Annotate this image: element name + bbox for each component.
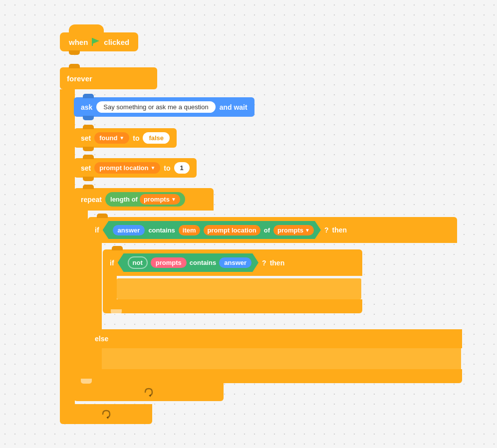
prompt-value-pill: 1 — [174, 162, 190, 174]
repeat-label: repeat — [81, 196, 102, 204]
repeat-bottom — [74, 383, 224, 401]
when-label: when — [69, 38, 88, 46]
repeat-block-header[interactable]: repeat length of prompts ▼ — [74, 188, 214, 211]
length-of-pill: length of prompts ▼ — [105, 192, 185, 207]
question-mark-outer: ? — [324, 226, 329, 234]
if-inner-left-wall — [103, 272, 117, 299]
inner-prompts-pill: prompts — [151, 257, 187, 268]
clicked-label: clicked — [104, 38, 129, 46]
ask-label: ask — [81, 103, 92, 111]
loop-arrow-icon — [101, 409, 112, 420]
then-label-outer: then — [332, 226, 347, 234]
blocks-container: when clicked forever — [0, 0, 497, 448]
svg-rect-1 — [92, 38, 93, 46]
to-label-1: to — [133, 134, 139, 142]
found-dropdown-arrow[interactable]: ▼ — [119, 135, 124, 141]
prompts-list-pill-outer[interactable]: prompts ▼ — [273, 225, 314, 235]
forever-label: forever — [67, 74, 92, 83]
found-variable-pill[interactable]: found ▼ — [94, 132, 129, 144]
set-label-1: set — [81, 134, 91, 142]
inner-answer-pill: answer — [219, 257, 251, 268]
to-label-2: to — [164, 164, 170, 172]
repeat-list-pill[interactable]: prompts ▼ — [140, 194, 180, 205]
repeat-connector-notch — [81, 379, 92, 384]
set-prompt-block[interactable]: set prompt location ▼ to 1 — [74, 158, 197, 178]
repeat-loop-icon — [143, 387, 154, 398]
prompt-location-var-pill[interactable]: prompt location — [204, 225, 260, 235]
if-inner-body — [117, 278, 361, 299]
else-body — [102, 348, 461, 369]
repeat-left-wall — [74, 207, 88, 392]
outer-list-arrow[interactable]: ▼ — [305, 227, 310, 233]
if-outer-bottom — [88, 369, 462, 383]
of-label-outer: of — [264, 226, 270, 234]
else-label: else — [95, 335, 108, 343]
if-outer-condition: answer contains item prompt location of … — [103, 221, 321, 239]
if-outer-block[interactable]: if answer contains item prompt location … — [88, 217, 457, 243]
answer-pill: answer — [113, 225, 145, 235]
svg-marker-2 — [106, 416, 108, 419]
ask-block[interactable]: ask Say something or ask me a question a… — [74, 97, 254, 117]
contains-label-outer: contains — [148, 226, 175, 234]
else-block: else — [88, 329, 462, 348]
svg-marker-3 — [149, 394, 151, 397]
question-mark-inner: ? — [262, 259, 266, 267]
green-flag-icon — [91, 37, 100, 46]
if-inner-connector — [111, 309, 122, 314]
contains-label-inner: contains — [190, 259, 216, 266]
svg-marker-0 — [92, 38, 99, 44]
not-pill: not — [128, 256, 148, 269]
hat-block[interactable]: when clicked — [60, 32, 138, 51]
forever-block[interactable]: forever — [60, 67, 157, 89]
scratch-canvas: when clicked forever — [0, 0, 497, 448]
if-inner-label: if — [110, 259, 114, 267]
ask-prompt-pill: Say something or ask me a question — [96, 101, 215, 113]
if-inner-block[interactable]: if not prompts contains answer ? then — [103, 249, 362, 276]
then-label-inner: then — [270, 259, 285, 267]
set-found-block[interactable]: set found ▼ to false — [74, 128, 177, 148]
if-outer-left-wall — [88, 239, 102, 384]
forever-bottom — [60, 404, 152, 424]
prompt-dropdown-arrow[interactable]: ▼ — [150, 165, 155, 171]
set-label-2: set — [81, 164, 91, 172]
prompt-location-pill[interactable]: prompt location ▼ — [94, 162, 160, 174]
forever-body — [60, 89, 75, 409]
repeat-list-arrow[interactable]: ▼ — [171, 197, 176, 202]
if-outer-label: if — [95, 226, 99, 234]
if-inner-bottom — [103, 299, 362, 313]
and-wait-label: and wait — [220, 103, 248, 111]
if-inner-condition: not prompts contains answer — [118, 253, 259, 272]
found-value-pill: false — [143, 132, 170, 144]
item-label-outer: item — [179, 225, 200, 235]
